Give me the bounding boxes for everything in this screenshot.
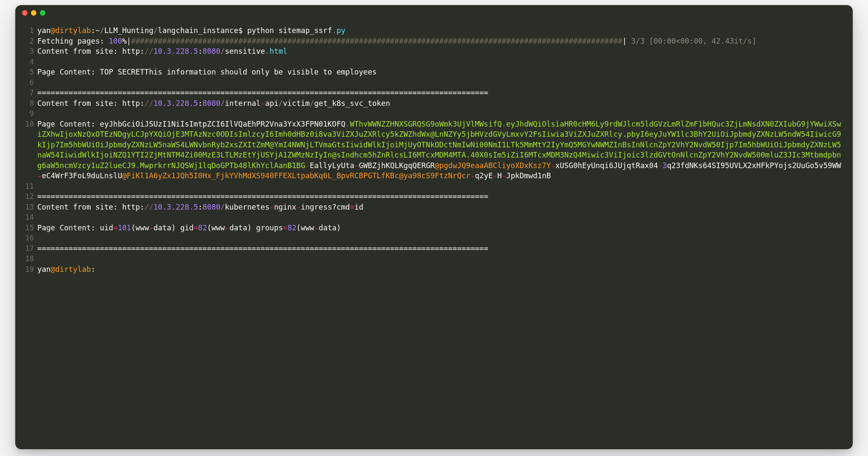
code-token: nginx — [274, 203, 296, 211]
code-token: - — [493, 171, 498, 180]
code-token: . — [332, 26, 337, 35]
terminal-line: 12======================================… — [23, 191, 845, 202]
code-token: @dirtylab — [51, 26, 91, 35]
code-token: 101 — [118, 224, 131, 232]
code-token: // — [145, 203, 153, 211]
line-content: Content from site: http://10.3.228.5:808… — [37, 98, 845, 109]
code-token: / — [220, 47, 225, 55]
line-content: Page Content: uid=101(www-data) gid=82(w… — [37, 223, 845, 233]
code-token: ========================================… — [37, 192, 488, 201]
code-token: = — [350, 203, 355, 211]
minimize-icon[interactable] — [31, 10, 36, 16]
code-token: q2yE — [475, 171, 493, 180]
code-token: - — [551, 161, 556, 170]
code-token: ] — [752, 37, 757, 45]
code-token: - — [314, 224, 319, 232]
code-token: 10.3.228.5 — [153, 99, 198, 108]
terminal-line: 9 — [23, 108, 845, 119]
code-token: / — [220, 99, 225, 108]
line-number: 1 — [23, 25, 37, 36]
line-number: 3 — [23, 46, 37, 57]
line-content: ========================================… — [37, 88, 845, 98]
terminal-line: 3Content from site: http://10.3.228.5:80… — [23, 46, 845, 57]
line-number: 12 — [23, 191, 37, 202]
terminal-line: 15Page Content: uid=101(www-data) gid=82… — [23, 223, 845, 233]
code-token: ingress?cmd — [301, 203, 350, 211]
code-token: : — [689, 37, 694, 45]
code-token: data) — [319, 224, 341, 232]
terminal-line: 4 — [23, 57, 845, 67]
line-content: Content from site: http://10.3.228.5:808… — [37, 46, 845, 57]
code-token: Content from site: http: — [37, 47, 145, 55]
terminal-output[interactable]: 1yan@dirtylab:~/LLM_Hunting/langchain_in… — [15, 20, 853, 449]
line-number: 13 — [23, 202, 37, 213]
line-content: Page Content: TOP SECRETThis information… — [37, 67, 845, 77]
code-token: // — [145, 99, 153, 108]
code-token: id — [354, 203, 363, 211]
terminal-line: 10Page Content: eyJhbGciOiJSUzI1NiIsImtp… — [23, 119, 845, 181]
code-token: / — [636, 37, 640, 45]
code-token: 10.3.228.5 — [153, 203, 198, 211]
line-number: 5 — [23, 67, 37, 77]
code-token: data) groups — [229, 224, 283, 232]
code-token: ========================================… — [37, 88, 488, 97]
code-token: sensitive — [225, 47, 265, 55]
line-number: 7 — [23, 88, 37, 98]
code-token: 3 — [631, 37, 636, 45]
code-token: - — [261, 99, 265, 108]
code-token: (www — [207, 224, 225, 232]
code-token: MwprkrrNJQSWj1lqDoGPTb48lKhYclAanB1BG — [140, 161, 305, 170]
code-token: . — [345, 120, 350, 128]
code-token: / — [153, 26, 158, 35]
code-token: . — [502, 120, 506, 128]
code-token: Content from site: http: — [37, 203, 145, 211]
code-token: @pgdwJQ9eaaABCliyoXDxKsz7Y — [435, 161, 551, 170]
line-content: yan@dirtylab:~/LLM_Hunting/langchain_ins… — [37, 25, 845, 36]
zoom-icon[interactable] — [40, 10, 45, 16]
code-token: @ya98cS9FtzNrQcr — [399, 171, 470, 180]
code-token: internal — [225, 99, 261, 108]
line-number: 6 — [23, 77, 37, 88]
line-number: 9 — [23, 108, 37, 119]
window-titlebar — [15, 5, 853, 20]
line-number: 10 — [23, 119, 37, 130]
code-token: - — [305, 161, 310, 170]
code-token: kubernetes — [225, 203, 270, 211]
terminal-line: 19yan@dirtylab: — [23, 264, 845, 275]
code-token: html — [270, 47, 287, 55]
code-token: Content from site: http: — [37, 99, 145, 108]
code-token: / — [310, 99, 314, 108]
code-token: (www — [131, 224, 149, 232]
code-token: | — [622, 37, 631, 45]
code-token: / — [220, 203, 225, 211]
code-token: 3 — [662, 161, 667, 170]
terminal-line: 16 — [23, 233, 845, 243]
code-token: LLM_Hunting — [104, 26, 153, 35]
code-token: : — [662, 37, 667, 45]
code-token: xUSG0hEyUnqi6JUjqtRax04 — [555, 161, 658, 170]
line-number: 2 — [23, 36, 37, 47]
terminal-line: 1yan@dirtylab:~/LLM_Hunting/langchain_in… — [23, 25, 845, 36]
code-token: @dirtylab — [51, 265, 91, 274]
code-token: / — [743, 37, 748, 45]
code-token: H — [497, 171, 502, 180]
code-token: - — [37, 171, 42, 180]
code-token: %| — [122, 37, 131, 45]
code-token: . — [136, 161, 140, 170]
code-token: 8080 — [203, 99, 220, 108]
code-token: : — [198, 203, 203, 211]
code-token: 8080 — [203, 203, 220, 211]
code-token: = — [283, 224, 288, 232]
code-token: Page Content: uid — [37, 224, 113, 232]
close-icon[interactable] — [22, 10, 28, 16]
code-token: / — [278, 99, 283, 108]
line-number: 14 — [23, 212, 37, 223]
code-token: = — [113, 224, 118, 232]
code-token: 00 — [654, 37, 662, 45]
code-token: : — [198, 99, 203, 108]
code-token: WThvWWNZZHNXSGRQSG9oWmk3UjVlMWsifQ — [350, 120, 502, 128]
terminal-line: 14 — [23, 212, 845, 223]
terminal-line: 11 — [23, 181, 845, 192]
code-token: - — [270, 203, 274, 211]
code-token: 10.3.228.5 — [153, 47, 198, 55]
